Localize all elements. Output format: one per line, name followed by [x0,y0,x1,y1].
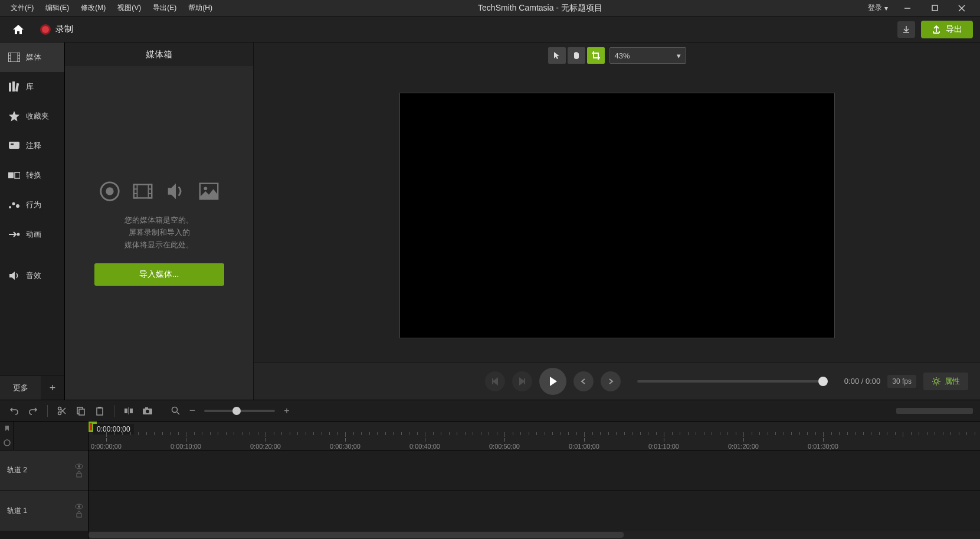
prev-frame-button[interactable] [485,371,505,391]
record-button[interactable]: 录制 [35,21,78,37]
home-icon [12,23,25,36]
empty-media-text: 您的媒体箱是空的。 屏幕录制和导入的 媒体将显示在此处。 [124,214,194,251]
svg-rect-39 [124,409,127,413]
undo-button[interactable] [7,404,21,418]
svg-rect-25 [148,185,152,198]
lock-icon[interactable] [75,471,83,478]
timeline-zoom-slider[interactable] [204,410,275,412]
play-icon [547,375,559,387]
track-body-1[interactable] [89,491,980,531]
fps-selector[interactable]: 30 fps [887,375,916,388]
slider-knob[interactable] [818,377,828,386]
filmstrip-icon [8,53,20,62]
import-label: 导入媒体... [139,269,179,280]
sidebar-item-animations[interactable]: 动画 [0,220,64,249]
svg-rect-14 [9,142,19,149]
properties-button[interactable]: 属性 [923,373,968,390]
menu-help[interactable]: 帮助(H) [182,3,218,13]
timeline-scroll-track[interactable] [89,531,980,539]
sidebar-item-favorites[interactable]: 收藏夹 [0,102,64,131]
play-button[interactable] [539,368,566,395]
sidebar-item-transitions[interactable]: 转换 [0,161,64,190]
record-label: 录制 [55,24,73,35]
maximize-button[interactable] [921,0,948,17]
copy-icon [76,406,86,416]
main-area: 媒体 库 收藏夹 注释 转换 行为 动画 音效 [0,43,980,400]
menu-modify[interactable]: 修改(M) [75,3,112,13]
preview-canvas[interactable] [399,93,835,338]
zoom-out-button[interactable]: − [185,404,199,418]
svg-point-20 [17,233,20,236]
eye-icon[interactable] [75,504,83,509]
crop-tool[interactable] [587,47,605,64]
svg-rect-11 [9,83,11,92]
eye-icon[interactable] [75,463,83,469]
cut-button[interactable] [55,404,69,418]
step-back-icon [491,377,499,386]
sidebar-add[interactable]: + [41,376,64,400]
playback-slider[interactable] [637,380,828,383]
record-icon [40,24,51,35]
sidebar-item-audio[interactable]: 音效 [0,261,64,290]
copy-button[interactable] [74,404,88,418]
login-button[interactable]: 登录▾ [862,3,894,13]
next-frame-button[interactable] [512,371,532,391]
empty-line2: 屏幕录制和导入的 [124,227,194,239]
svg-rect-40 [130,409,133,413]
sidebar-more[interactable]: 更多 [0,376,41,400]
speaker-icon [8,270,20,281]
timeline-overview[interactable] [896,408,973,414]
menu-export[interactable]: 导出(E) [147,3,182,13]
close-button[interactable] [948,0,975,17]
sidebar-item-behaviors[interactable]: 行为 [0,190,64,220]
sidebar-label: 转换 [26,170,41,181]
track-body-2[interactable] [89,450,980,491]
zoom-slider-knob[interactable] [232,407,241,415]
zoom-value: 43% [615,51,630,60]
timeline-scroll-thumb[interactable] [89,532,624,538]
minimize-button[interactable] [894,0,921,17]
svg-point-19 [16,204,19,208]
export-button[interactable]: 导出 [921,21,973,38]
split-button[interactable] [122,404,136,418]
svg-point-22 [106,188,113,195]
home-button[interactable] [7,21,30,38]
timeline: + 0:00:00;00 0:00:00;000:00:10;000:00:20… [0,421,980,539]
svg-rect-1 [932,5,938,11]
next-marker-button[interactable] [601,371,621,391]
chevron-right-icon [607,378,614,385]
download-button[interactable] [897,21,915,38]
scissors-icon [57,406,67,416]
svg-rect-23 [133,185,151,198]
menu-view[interactable]: 视图(V) [112,3,147,13]
close-icon [958,5,965,12]
lock-icon[interactable] [75,511,83,518]
import-media-button[interactable]: 导入媒体... [94,263,224,286]
zoom-select[interactable]: 43% ▾ [609,47,686,64]
prev-marker-button[interactable] [573,371,594,391]
sidebar-item-library[interactable]: 库 [0,72,64,102]
select-tool[interactable] [548,47,566,64]
redo-button[interactable] [26,404,40,418]
paste-button[interactable] [93,404,107,418]
timeline-ruler[interactable]: 0:00:00;00 0:00:00;000:00:10;000:00:20;0… [89,422,980,450]
marker-toggle[interactable] [0,422,14,436]
sidebar-item-annotations[interactable]: 注释 [0,131,64,161]
minus-icon: − [189,404,196,417]
snapshot-button[interactable] [140,404,155,418]
svg-point-31 [204,187,207,191]
svg-rect-53 [77,514,81,517]
video-type-icon [132,180,154,202]
ruler-tick: 0:00:30;00 [330,443,360,450]
pan-tool[interactable] [568,47,585,64]
sidebar-item-media[interactable]: 媒体 [0,43,64,72]
track-label-2[interactable]: 轨道 2 [0,450,89,491]
star-icon [8,110,20,122]
menu-edit[interactable]: 编辑(E) [40,3,75,13]
track-label-1[interactable]: 轨道 1 [0,491,89,531]
ruler-tick: 0:01:00;00 [569,443,599,450]
maximize-icon [932,5,938,11]
zoom-in-button[interactable]: + [280,404,294,418]
menu-file[interactable]: 文件(F) [5,3,40,13]
quiz-toggle[interactable] [0,436,14,450]
